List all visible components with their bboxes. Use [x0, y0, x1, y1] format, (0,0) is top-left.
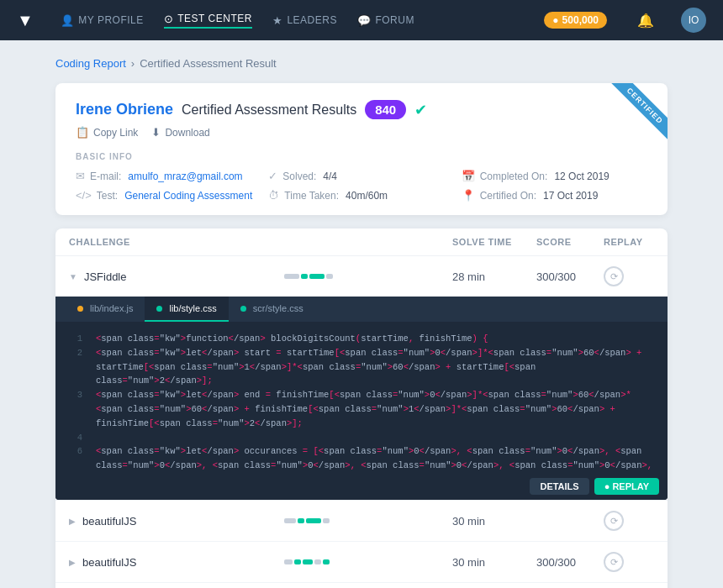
bar-seg [309, 274, 325, 279]
basic-info-title: BASIC INFO [76, 152, 647, 161]
code-actions: DETAILS ● REPLAY [55, 473, 668, 500]
nav-testcenter-label: Test Center [177, 13, 252, 24]
challenge-row-header-3[interactable]: ▶ beautifulJS 30 min 300/300 ⟳ [55, 583, 668, 588]
nav-item-profile[interactable]: 👤 My Profile [61, 14, 144, 27]
replay-button[interactable]: ● REPLAY [594, 478, 659, 495]
line-code-text [96, 431, 654, 445]
coins-value: 500,000 [562, 14, 599, 26]
challenges-table: Challenge Solve Time Score Replay ▼ JSFi… [55, 228, 668, 588]
code-line: 3 <span class="kw">let</span> end = fini… [69, 388, 654, 430]
download-label: Download [165, 127, 209, 139]
coins-icon: ● [552, 14, 558, 26]
chevron-down-icon-0: ▼ [69, 272, 77, 281]
nav-item-leaders[interactable]: ★ Leaders [272, 14, 337, 27]
testcenter-icon: ⊙ [164, 13, 174, 25]
code-tab-1[interactable]: lib/style.css [145, 297, 228, 322]
challenge-name-0: ▼ JSFiddle [69, 270, 284, 283]
bar-seg [323, 518, 330, 523]
certified-label: Certified On: [480, 190, 536, 202]
result-actions: 📋 Copy Link ⬇ Download [76, 126, 647, 139]
solved-value: 4/4 [323, 171, 337, 182]
progress-bars-2 [284, 559, 452, 564]
code-line: 2 <span class="kw">let</span> start = st… [69, 346, 654, 388]
test-value[interactable]: General Coding Assessment [124, 190, 252, 202]
email-icon: ✉ [76, 170, 85, 182]
leaders-icon: ★ [272, 14, 283, 27]
replay-icon-2[interactable]: ⟳ [604, 552, 624, 572]
info-completed: 📅 Completed On: 12 Oct 2019 [462, 170, 647, 182]
time-label: Time Taken: [284, 190, 339, 202]
challenge-label-2: beautifulJS [82, 556, 136, 569]
download-button[interactable]: ⬇ Download [151, 126, 209, 139]
completed-value: 12 Oct 2019 [554, 171, 609, 182]
tab-dot-1 [156, 306, 162, 312]
nav-item-forum[interactable]: 💬 Forum [357, 14, 414, 27]
notification-bell-icon[interactable]: 🔔 [637, 13, 654, 29]
certified-value: 17 Oct 2019 [543, 190, 598, 202]
basic-info-grid: ✉ E-mail: amulfo_mraz@gmail.com ✓ Solved… [76, 170, 647, 202]
nav-leaders-label: Leaders [287, 14, 337, 26]
bar-seg [301, 274, 308, 279]
result-title-label: Certified Assessment Results [182, 102, 356, 118]
navbar: ▼ 👤 My Profile ⊙ Test Center ★ Leaders 💬… [0, 0, 723, 40]
code-tabs: lib/index.js lib/style.css scr/style.css [55, 297, 668, 322]
breadcrumb-current: Certified Assessment Result [140, 57, 277, 70]
bar-seg [284, 518, 296, 523]
completed-icon: 📅 [462, 170, 475, 182]
header-solve-time [284, 237, 452, 247]
certified-icon: 📍 [462, 189, 475, 202]
info-certified: 📍 Certified On: 17 Oct 2019 [462, 189, 647, 202]
challenge-row-2: ▶ beautifulJS 30 min 300/300 ⟳ [55, 542, 668, 583]
code-tab-0[interactable]: lib/index.js [66, 297, 145, 322]
challenge-row-header-0[interactable]: ▼ JSFiddle 28 min 300/300 ⟳ [55, 256, 668, 297]
copy-icon: 📋 [76, 126, 89, 139]
result-card: CERTIFIED Irene Obriene Certified Assess… [55, 83, 668, 215]
nav-profile-label: My Profile [78, 14, 143, 26]
avatar-initials: IO [689, 14, 699, 26]
result-candidate-name: Irene Obriene [76, 101, 173, 118]
nav-item-testcenter[interactable]: ⊙ Test Center [164, 13, 252, 29]
line-code-text: <span class="kw">let</span> start = star… [96, 346, 654, 388]
breadcrumb-parent[interactable]: Coding Report [55, 57, 126, 70]
chevron-right-icon-1: ▶ [69, 517, 76, 526]
forum-icon: 💬 [357, 14, 372, 27]
user-avatar[interactable]: IO [681, 8, 706, 33]
solve-time-1: 30 min [452, 515, 536, 528]
tab-dot-0 [77, 306, 83, 312]
result-title-row: Irene Obriene Certified Assessment Resul… [76, 100, 647, 119]
line-code-text: <span class="kw">let</span> occurances =… [96, 444, 654, 473]
copy-link-button[interactable]: 📋 Copy Link [76, 126, 138, 139]
code-line: 4 [69, 431, 654, 445]
completed-label: Completed On: [480, 171, 548, 182]
breadcrumb: Coding Report › Certified Assessment Res… [55, 57, 668, 70]
bar-seg [284, 559, 293, 564]
profile-icon: 👤 [61, 14, 75, 27]
bar-seg [294, 559, 301, 564]
header-score: Score [536, 237, 604, 247]
score-2: 300/300 [536, 556, 604, 569]
replay-icon-0[interactable]: ⟳ [604, 266, 624, 286]
line-code-text: <span class="kw">function</span> blockDi… [96, 332, 654, 346]
header-challenge: Challenge [69, 237, 284, 247]
code-tab-2[interactable]: scr/style.css [229, 297, 315, 322]
details-button[interactable]: DETAILS [530, 478, 588, 495]
email-value[interactable]: amulfo_mraz@gmail.com [128, 171, 242, 182]
line-number: 6 [69, 444, 82, 473]
challenge-row-header-1[interactable]: ▶ beautifulJS 30 min ⟳ [55, 501, 668, 541]
tab-dot-2 [240, 306, 246, 312]
challenge-row-0: ▼ JSFiddle 28 min 300/300 ⟳ l [55, 256, 668, 501]
nav-forum-label: Forum [375, 14, 414, 26]
info-time: ⏱ Time Taken: 40m/60m [268, 189, 454, 202]
bar-seg [306, 518, 321, 523]
code-line: 1<span class="kw">function</span> blockD… [69, 332, 654, 346]
tab-label-0: lib/index.js [90, 303, 133, 313]
nav-logo: ▼ [17, 11, 34, 30]
bar-seg [314, 559, 321, 564]
tab-label-1: lib/style.css [169, 303, 216, 313]
line-code-text: <span class="kw">let</span> end = finish… [96, 388, 654, 430]
replay-icon-1[interactable]: ⟳ [604, 511, 624, 531]
tab-label-2: scr/style.css [253, 303, 303, 313]
code-panel: lib/index.js lib/style.css scr/style.css… [55, 297, 668, 500]
challenge-label-0: JSFiddle [84, 270, 127, 283]
challenge-row-header-2[interactable]: ▶ beautifulJS 30 min 300/300 ⟳ [55, 542, 668, 582]
